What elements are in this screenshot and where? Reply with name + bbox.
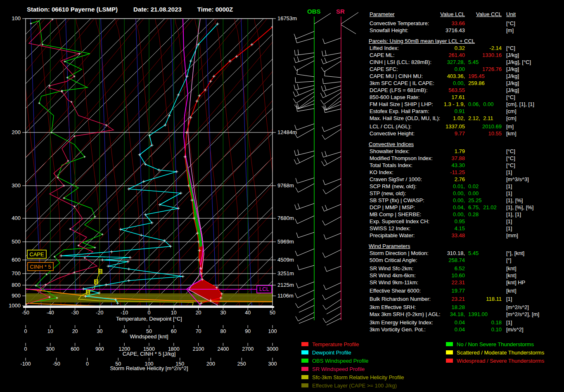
axis-tick-label: 100 [268,328,277,334]
axis-tick-label: -30 [71,310,79,316]
value-token: 43.30 [451,162,465,168]
value-token: 0.10 [491,326,502,333]
value-extra: 1391.00 [468,311,488,318]
value-lcl: 23.21 [422,295,465,302]
value-lcl: 9.77 [422,130,465,137]
axis-tick-label: 60 [171,328,177,334]
section-header: Parcels: Using 50mB mean layer LCL + CCL [369,38,563,45]
value-token: 33.66 [451,20,465,26]
axis-tick-label: 900 [95,346,104,352]
value-token: 1330.16 [482,52,502,58]
param-label: CAPE ML: [370,52,395,59]
axis-tick-label: 40 [121,328,127,334]
param-label: DCP | MMP | MSP: [370,204,415,211]
value-token: 195.45 [468,73,485,79]
value-lcl: 33.66 [422,20,465,27]
value-ccl: -2.14 [460,45,502,52]
value-token: 0.00 [468,190,479,196]
value-lcl: 403.36, [422,73,465,80]
pressure-tick-label: 100 [12,15,21,21]
legend-item: Dewpoint Profile [301,348,404,357]
value-token: 2.76 [455,176,465,182]
param-label: Lifted Index: [370,45,399,52]
unit-label: [m] [506,123,514,130]
axis-tick-label: 80 [220,328,226,334]
value-extra: 25.25 [468,197,482,204]
axis-tick-label: -40 [47,310,54,316]
dry-adiabat-line [285,19,363,306]
axis-tick-label: 30 [97,328,102,334]
legend-label: Widespread / Severe Thunderstorms [457,358,544,364]
axis-tick-label: 30 [220,310,226,316]
value-lcl: 1.3 - 1.9, [422,101,465,108]
unit-label: [knt] [506,272,517,279]
value-lcl: 34.18, [422,311,465,318]
param-label: Convective Temperature: [370,20,429,27]
unit-label: [1] [506,183,512,190]
value-token: 1.79 [455,148,465,154]
pressure-tick-label: 200 [12,129,21,135]
axis-tick-label: 2700 [242,346,254,352]
unit-label: [knt] [506,287,517,294]
unit-label: [1] [506,218,512,225]
table-row: 3km SFC CAPE | IL CAPE:0.00,259.86[J/kg] [369,80,563,87]
unit-label: [J/kg] [506,66,519,73]
value-ccl: 0.18 [460,319,502,326]
value-lcl: 0.04, [422,204,465,211]
unit-label: [1], [%], [%] [506,204,533,211]
value-token: 258.74 [448,257,465,263]
axis-tick-label: 300 [268,361,277,367]
legend-swatch [301,367,308,371]
value-lcl: 2.76 [422,176,465,183]
dry-adiabat-line [161,19,363,306]
value-lcl: 0.04 [422,319,465,326]
value-lcl: 261.40 [422,52,465,59]
axis-title: Storm Relative Helicity [m^2/s^2] [110,365,188,371]
param-label: CAPE MU | CINH MU: [370,73,423,80]
table-row: SR Wind Sfc-2km:6.52[knt] [369,265,563,272]
isotherm-line [248,19,363,306]
value-lcl: 3716.43 [422,27,465,34]
value-token: 0.18 [491,319,502,326]
table-row: CINH | LSI (LCL: 828mB):327.28,5.45[J/kg… [369,59,563,66]
value-token: 2.12, [468,115,480,121]
value-lcl: 43.30 [422,162,465,169]
value-ccl: 1330.16 [460,52,502,59]
legend-item: Widespread / Severe Thunderstorms [446,357,544,365]
value-lcl: 1.02, [422,115,465,122]
value-token: 1.02, [453,115,465,121]
value-extra: 195.45 [468,73,485,80]
pressure-tick-label: 600 [12,257,21,263]
legend-item: Temperature Profile [301,340,404,348]
param-label: Convective Height: [370,130,415,137]
unit-label: [°C] [506,20,515,27]
cinh-trace [26,303,95,306]
legend-label: Temperature Profile [312,341,359,347]
profile-legend: Temperature ProfileDewpoint ProfileOBS W… [301,340,404,390]
axis-tick-label: 20 [72,328,78,334]
value-lcl: 22.31 [422,279,465,286]
value-token: -11.25 [450,169,465,175]
legend-swatch [446,342,453,346]
table-row: 3km Vorticity Gen. Pot.:0.040.10[m/s^2] [369,326,563,333]
legend-label: Scattered / Moderate Thunderstorms [457,349,544,356]
table-row: Precipitable Water:33.48[mm] [369,232,563,239]
dry-adiabat-line [0,19,168,306]
value-token: 4.15 [455,225,465,231]
unit-label: [m^2/s^2] [506,304,529,311]
unit-label: [°], [knt] [506,250,524,257]
legend-item: No / Non Severe Thunderstorms [446,340,544,348]
legend-label: Sfc-3km Storm Relative Helicity Profile [312,374,404,380]
axis-tick-label: 40 [245,310,251,316]
axis-tick-label: 90 [245,328,251,334]
legend-swatch [446,359,453,363]
param-label: SR Wind 9km-11km: [370,279,418,286]
axis-tick-label: 0 [24,328,27,334]
pressure-tick-label: 800 [12,282,21,288]
table-row: CAPE MU | CINH MU:403.36,195.45[J/kg] [369,73,563,80]
value-extra: 0.28 [468,211,479,218]
value-ccl: 1726.76 [460,66,502,73]
param-label: LCL / CCL (AGL): [370,123,412,130]
axis-tick-label: 0 [86,361,89,367]
value-token: 0.02 [468,183,479,189]
